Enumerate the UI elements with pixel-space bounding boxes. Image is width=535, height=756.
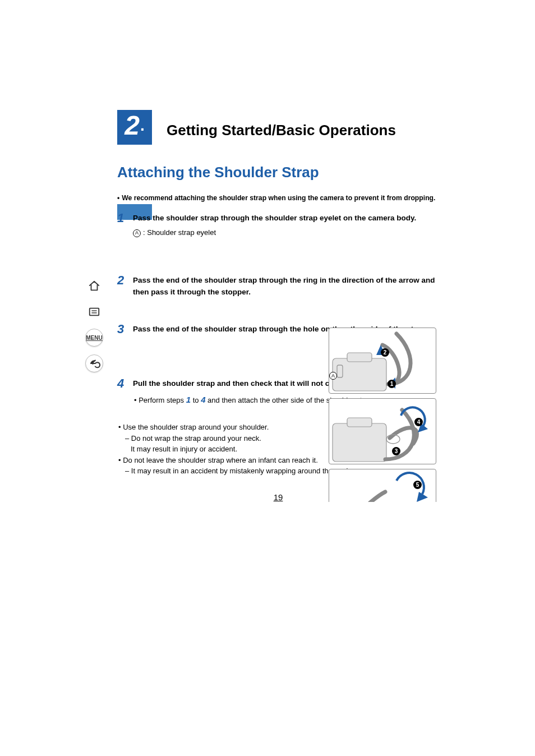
step-2: 2 Pass the end of the shoulder strap thr…	[117, 275, 439, 298]
callout-1: 1	[388, 380, 396, 388]
step-number: 4	[117, 377, 133, 390]
figure-3: 5 6	[329, 469, 436, 502]
callout-5: 5	[413, 481, 422, 489]
intro-text: We recommend attaching the shoulder stra…	[122, 193, 435, 204]
step-heading: Pass the end of the shoulder strap throu…	[133, 275, 439, 298]
step-number: 1	[117, 212, 133, 224]
chapter-dot: .	[140, 118, 145, 133]
step-number: 2	[117, 274, 133, 287]
label-text: : Shoulder strap eyelet	[143, 228, 216, 237]
intro-note: • We recommend attaching the shoulder st…	[117, 193, 439, 204]
callout-3: 3	[392, 447, 400, 455]
contents-icon[interactable]	[85, 303, 103, 321]
callout-4: 4	[414, 418, 423, 426]
callout-2: 2	[381, 348, 389, 357]
section-title: Attaching the Shoulder Strap	[117, 164, 439, 181]
chapter-number: 2	[124, 112, 140, 139]
chapter-header: 2. Getting Started/Basic Operations	[117, 110, 535, 145]
note-prefix: • Perform steps	[134, 396, 186, 404]
home-icon[interactable]	[85, 277, 103, 295]
svg-rect-5	[347, 353, 372, 362]
step-sublabel: A: Shoulder strap eyelet	[133, 227, 439, 238]
back-button[interactable]	[85, 354, 103, 372]
step-heading: Pass the shoulder strap through the shou…	[133, 213, 439, 224]
chapter-title: Getting Started/Basic Operations	[167, 122, 396, 145]
label-letter-circle: A	[133, 229, 141, 237]
figure-2: 3 4	[329, 398, 436, 464]
callout-letter-a: A	[329, 372, 337, 380]
bullet-icon: •	[117, 193, 119, 204]
svg-rect-4	[333, 358, 386, 391]
illustration-column: A 1 2 3 4	[329, 328, 436, 502]
note-mid: to	[191, 396, 201, 404]
menu-label: MENU	[86, 335, 102, 341]
sidebar: MENU	[85, 277, 105, 372]
svg-rect-9	[333, 423, 386, 462]
step-number: 3	[117, 323, 133, 335]
chapter-number-badge: 2.	[117, 110, 152, 145]
svg-rect-0	[90, 308, 99, 316]
note-ref-1: 1	[186, 395, 191, 404]
menu-button[interactable]: MENU	[85, 329, 103, 347]
svg-rect-10	[347, 418, 372, 427]
step-1: 1 Pass the shoulder strap through the sh…	[117, 213, 439, 238]
figure-1: A 1 2	[329, 328, 436, 394]
